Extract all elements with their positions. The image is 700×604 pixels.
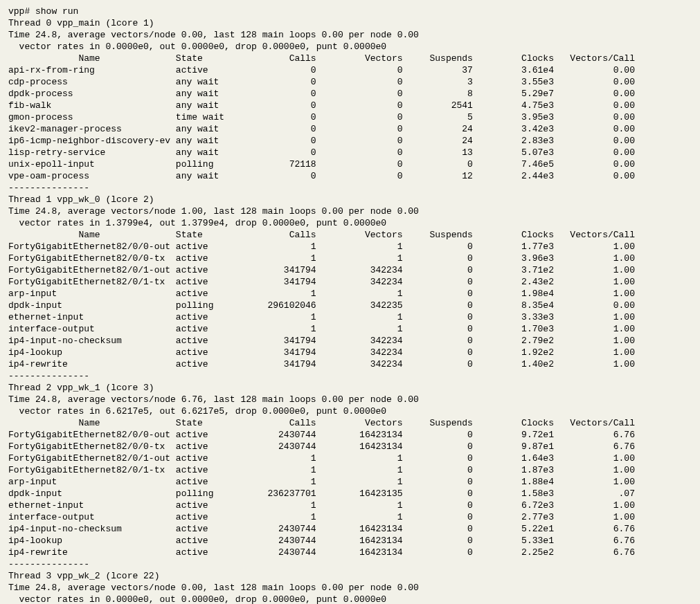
terminal-output: vpp# show run Thread 0 vpp_main (lcore 1…: [0, 0, 700, 604]
